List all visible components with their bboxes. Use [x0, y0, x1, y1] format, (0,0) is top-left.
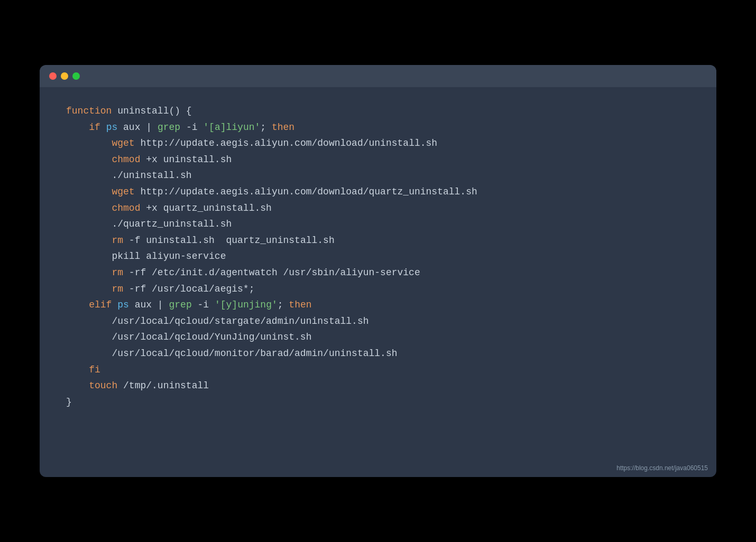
- watermark: https://blog.csdn.net/java060515: [616, 464, 708, 472]
- maximize-button[interactable]: [72, 72, 80, 80]
- title-bar: [40, 65, 716, 87]
- terminal-window: function uninstall() { if ps aux | grep …: [40, 65, 716, 477]
- close-button[interactable]: [49, 72, 57, 80]
- minimize-button[interactable]: [61, 72, 68, 80]
- code-display: function uninstall() { if ps aux | grep …: [40, 87, 716, 431]
